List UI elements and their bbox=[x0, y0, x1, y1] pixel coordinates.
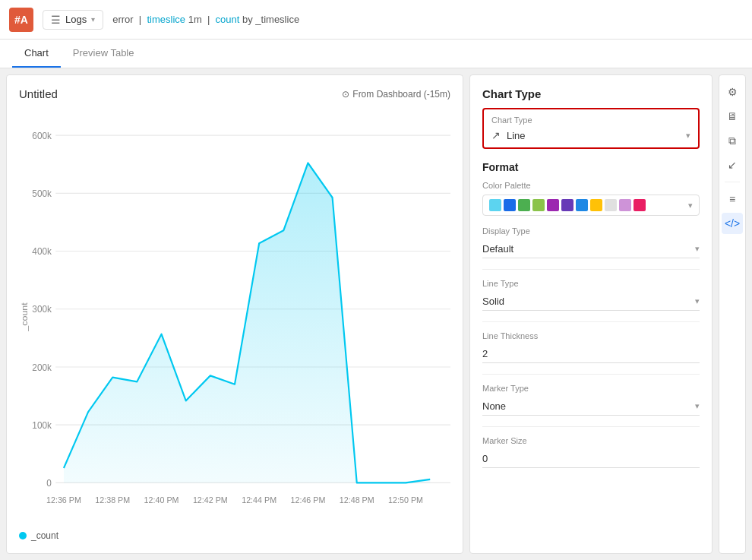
copy-icon[interactable]: ⧉ bbox=[722, 130, 743, 151]
color-swatch-lightblue bbox=[576, 199, 588, 211]
chart-time-range: ⊙ From Dashboard (-15m) bbox=[342, 89, 450, 100]
top-bar: #A ☰ Logs ▾ error | timeslice 1m | count… bbox=[0, 0, 752, 40]
svg-text:12:48 PM: 12:48 PM bbox=[340, 495, 374, 504]
chart-type-section-title: Chart Type bbox=[482, 87, 700, 100]
chart-type-value: Line bbox=[507, 130, 526, 141]
color-palette-selector[interactable]: ▾ bbox=[482, 195, 700, 216]
marker-size-group: Marker Size bbox=[482, 436, 700, 468]
line-type-chevron-icon: ▾ bbox=[695, 296, 700, 306]
color-swatch-purple bbox=[547, 199, 559, 211]
marker-type-selector[interactable]: None ▾ bbox=[482, 397, 700, 416]
marker-type-value: None bbox=[482, 400, 506, 412]
display-type-group: Display Type Default ▾ bbox=[482, 226, 700, 258]
format-section-title: Format bbox=[482, 161, 700, 173]
display-type-selector[interactable]: Default ▾ bbox=[482, 240, 700, 258]
download-icon[interactable]: ↙ bbox=[722, 154, 743, 176]
svg-text:12:40 PM: 12:40 PM bbox=[144, 495, 179, 504]
svg-text:600k: 600k bbox=[32, 130, 52, 141]
logs-selector[interactable]: ☰ Logs ▾ bbox=[43, 10, 103, 30]
color-swatch-pink bbox=[634, 199, 646, 211]
display-icon[interactable]: 🖥 bbox=[722, 106, 743, 127]
query-text: error | timeslice 1m | count by _timesli… bbox=[112, 14, 743, 25]
color-swatch-lightgreen bbox=[532, 199, 545, 211]
marker-type-chevron-icon: ▾ bbox=[695, 401, 700, 411]
color-swatch-blue bbox=[504, 199, 516, 211]
color-swatch-amber bbox=[590, 199, 602, 211]
line-type-value: Solid bbox=[482, 296, 504, 307]
tab-bar: Chart Preview Table bbox=[0, 40, 752, 68]
svg-text:200k: 200k bbox=[32, 362, 52, 372]
chart-type-field-label: Chart Type bbox=[491, 115, 690, 125]
marker-size-label: Marker Size bbox=[482, 436, 700, 445]
legend-label: _count bbox=[31, 530, 58, 541]
marker-type-label: Marker Type bbox=[482, 384, 700, 393]
chart-legend: _count bbox=[19, 530, 450, 541]
logs-label: Logs bbox=[65, 14, 87, 25]
svg-text:100k: 100k bbox=[32, 419, 52, 430]
svg-text:0: 0 bbox=[46, 478, 52, 489]
marker-size-input[interactable] bbox=[482, 450, 700, 468]
chart-title: Untitled bbox=[19, 87, 58, 100]
code-icon[interactable]: </> bbox=[722, 213, 743, 234]
svg-text:12:38 PM: 12:38 PM bbox=[95, 495, 130, 504]
right-panel: Chart Type Chart Type ↗ Line ▾ Format Co… bbox=[469, 74, 713, 554]
svg-marker-23 bbox=[64, 163, 430, 483]
line-type-selector[interactable]: Solid ▾ bbox=[482, 293, 700, 311]
format-section: Format Color Palette bbox=[482, 161, 700, 479]
line-chart-icon: ↗ bbox=[491, 129, 501, 141]
divider-4 bbox=[482, 426, 700, 427]
divider-1 bbox=[482, 269, 700, 270]
svg-text:12:42 PM: 12:42 PM bbox=[193, 495, 228, 504]
svg-text:12:50 PM: 12:50 PM bbox=[388, 495, 423, 504]
svg-text:12:44 PM: 12:44 PM bbox=[242, 495, 276, 504]
color-palette-label: Color Palette bbox=[482, 181, 700, 190]
display-type-value: Default bbox=[482, 243, 513, 255]
svg-text:12:36 PM: 12:36 PM bbox=[46, 495, 81, 504]
color-swatch-cyan bbox=[489, 199, 501, 211]
display-type-chevron-icon: ▾ bbox=[695, 244, 700, 254]
svg-text:_count: _count bbox=[19, 302, 30, 332]
logs-icon: ☰ bbox=[51, 14, 61, 26]
svg-text:300k: 300k bbox=[32, 304, 52, 315]
color-swatch-green bbox=[518, 199, 530, 211]
svg-text:500k: 500k bbox=[32, 188, 52, 199]
divider-2 bbox=[482, 321, 700, 322]
chart-panel: Untitled ⊙ From Dashboard (-15m) bbox=[6, 74, 463, 554]
divider-3 bbox=[482, 374, 700, 375]
logs-chevron-icon: ▾ bbox=[91, 15, 95, 24]
settings-icon[interactable]: ⚙ bbox=[722, 81, 743, 103]
clock-icon: ⊙ bbox=[342, 89, 349, 100]
color-swatch-lavender bbox=[619, 199, 631, 211]
marker-type-group: Marker Type None ▾ bbox=[482, 384, 700, 416]
chart-type-selector[interactable]: Chart Type ↗ Line ▾ bbox=[482, 108, 700, 149]
color-swatch-grey bbox=[605, 199, 617, 211]
line-thickness-label: Line Thickness bbox=[482, 331, 700, 340]
chart-type-select-row: ↗ Line ▾ bbox=[491, 129, 690, 141]
color-swatch-deeppurple bbox=[561, 199, 573, 211]
chart-svg: 600k 500k 400k 300k 200k 100k 0 _count 1… bbox=[19, 109, 450, 524]
chart-area: 600k 500k 400k 300k 200k 100k 0 _count 1… bbox=[19, 109, 450, 524]
line-type-label: Line Type bbox=[482, 279, 700, 288]
sidebar-divider bbox=[725, 182, 740, 182]
svg-text:12:46 PM: 12:46 PM bbox=[291, 495, 326, 504]
hash-badge: #A bbox=[9, 8, 33, 32]
line-type-group: Line Type Solid ▾ bbox=[482, 279, 700, 311]
chart-type-chevron-icon: ▾ bbox=[686, 131, 690, 141]
chart-header: Untitled ⊙ From Dashboard (-15m) bbox=[19, 87, 450, 100]
display-type-label: Display Type bbox=[482, 226, 700, 236]
tab-preview-table[interactable]: Preview Table bbox=[61, 40, 147, 68]
sidebar-icons: ⚙ 🖥 ⧉ ↙ ≡ </> bbox=[719, 74, 746, 554]
main-content: Untitled ⊙ From Dashboard (-15m) bbox=[0, 68, 752, 560]
tab-chart[interactable]: Chart bbox=[12, 40, 61, 68]
line-thickness-group: Line Thickness bbox=[482, 331, 700, 363]
list-icon[interactable]: ≡ bbox=[722, 188, 743, 210]
color-palette-group: Color Palette bbox=[482, 181, 700, 216]
color-palette-chevron-icon: ▾ bbox=[688, 201, 693, 210]
svg-text:400k: 400k bbox=[32, 246, 52, 257]
legend-dot bbox=[19, 532, 27, 539]
line-thickness-input[interactable] bbox=[482, 345, 700, 363]
